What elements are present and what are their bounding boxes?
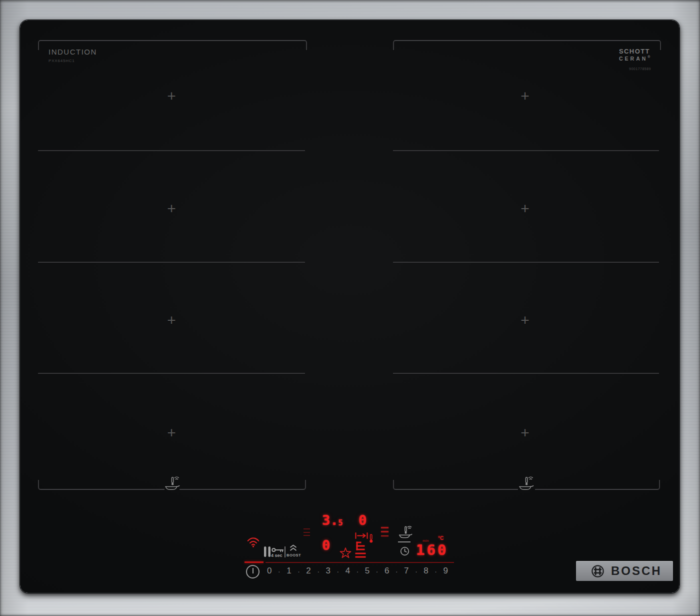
- pan-position-cross: +: [164, 202, 178, 216]
- zone-border-bottom-left-b: [180, 480, 306, 490]
- slider-dot: ·: [376, 567, 378, 575]
- ceran-line: CERAN®: [619, 55, 650, 62]
- bosch-wordmark: BOSCH: [611, 564, 662, 578]
- fry-sensor-underline: [398, 541, 410, 542]
- fry-sensor-pan-icon: [518, 475, 534, 491]
- zone-divider: [38, 373, 305, 374]
- star-icon[interactable]: [340, 547, 352, 559]
- slider-number[interactable]: 4: [346, 566, 350, 576]
- pan-position-cross: +: [518, 426, 532, 440]
- pan-position-cross: +: [164, 90, 178, 104]
- power-button[interactable]: [246, 565, 260, 578]
- glass-serial-number: 9001778589: [619, 67, 651, 71]
- slider-dot: ·: [356, 567, 358, 575]
- bosch-badge: BOSCH: [576, 561, 673, 581]
- pan-move-arrow-icon: [355, 532, 368, 539]
- power-display-bottom-left: 0: [322, 538, 330, 552]
- slider-number[interactable]: 1: [286, 566, 291, 576]
- bosch-armature-icon: [591, 564, 604, 578]
- childlock-hold-label: 4 sec: [271, 553, 282, 558]
- zone-border-top-left: [38, 40, 307, 50]
- slider-number[interactable]: 7: [404, 566, 408, 576]
- zone-border-bottom-right-a: [393, 480, 518, 490]
- temperature-display: 160: [416, 543, 448, 557]
- power-display-top-left: 3.5: [322, 513, 343, 527]
- pan-position-cross: +: [518, 202, 532, 216]
- boost-chevrons-icon[interactable]: [289, 544, 298, 551]
- pan-position-cross: +: [164, 426, 178, 440]
- model-number: PXX645HC1: [48, 59, 75, 63]
- zone-border-bottom-left-a: [38, 480, 164, 490]
- pan-position-cross: +: [518, 90, 532, 104]
- key-icon[interactable]: [272, 547, 284, 553]
- zone-divider: [393, 373, 659, 374]
- slider-dot: ·: [317, 567, 320, 575]
- slider-number[interactable]: 2: [306, 566, 310, 576]
- zone-divider: [38, 150, 305, 151]
- slider-dot: ·: [336, 567, 339, 575]
- ceramic-glass-surface: [20, 20, 680, 593]
- control-separator: [284, 546, 286, 557]
- slider-number[interactable]: 0: [267, 566, 272, 576]
- slider-number[interactable]: 6: [384, 566, 389, 576]
- temp-unit-label: °C: [438, 535, 444, 541]
- triple-lines-icon: [304, 528, 310, 536]
- slider-dot: ·: [278, 567, 280, 575]
- slider-number[interactable]: 3: [326, 566, 330, 576]
- slider-dot: ·: [415, 567, 418, 575]
- power-display-top-right: 0: [358, 513, 366, 527]
- slider-active-line: [244, 561, 264, 563]
- zone-divider: [393, 150, 659, 151]
- slider-number[interactable]: 5: [365, 566, 370, 576]
- zone-divider: [38, 262, 305, 263]
- pan-transfer-segment-glyph: [355, 541, 367, 558]
- triple-lines-icon: [381, 527, 388, 536]
- induction-cooktop: INDUCTION PXX645HC1 SCHOTT CERAN® 900177…: [0, 0, 700, 616]
- pause-icon[interactable]: [264, 546, 270, 557]
- slider-dot: ·: [396, 567, 398, 575]
- power-icon: [252, 568, 254, 573]
- registered-mark: ®: [648, 55, 650, 59]
- zone-divider: [393, 262, 659, 263]
- slider-dot: ·: [434, 567, 437, 575]
- clock-icon[interactable]: [400, 546, 410, 556]
- wifi-icon: [246, 536, 260, 548]
- slider-number[interactable]: 9: [443, 566, 448, 576]
- pan-position-cross: +: [518, 314, 532, 328]
- boost-label: BOOST: [286, 553, 301, 557]
- slider-dot: ·: [298, 567, 300, 575]
- heat-level-slider[interactable]: 0 · 1 · 2 · 3 · 4 · 5 · 6 · 7 · 8 · 9: [267, 565, 448, 577]
- slider-track-line: [266, 562, 454, 563]
- slider-number[interactable]: 8: [424, 566, 428, 576]
- zone-border-bottom-right-b: [535, 480, 660, 490]
- zone-border-top-right: [393, 40, 661, 50]
- fry-sensor-button-icon[interactable]: [398, 524, 413, 539]
- pan-position-cross: +: [164, 314, 178, 328]
- fry-sensor-pan-icon: [164, 475, 180, 491]
- thermometer-icon: [369, 534, 374, 543]
